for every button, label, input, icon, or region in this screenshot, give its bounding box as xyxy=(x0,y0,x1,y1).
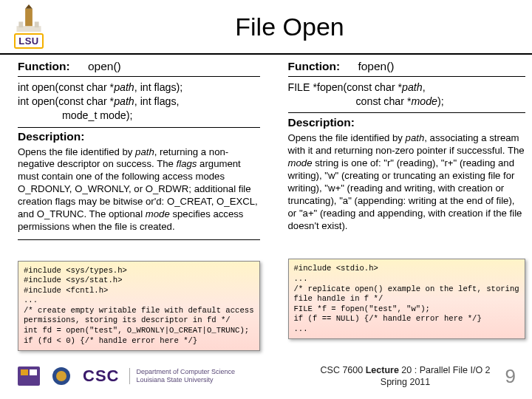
function-name-fopen: fopen() xyxy=(358,60,394,73)
slide: LSU File Open Function: open() int open(… xyxy=(0,0,532,399)
lsu-text: LSU xyxy=(14,33,44,49)
function-row-fopen: Function: fopen() xyxy=(288,58,525,77)
code-example-open: #include <sys/types.h> #include <sys/sta… xyxy=(18,261,260,351)
signature-open: int open(const char *path, int flags); i… xyxy=(18,77,260,128)
svg-marker-1 xyxy=(25,4,33,9)
tower-icon xyxy=(16,4,41,32)
svg-rect-4 xyxy=(35,21,39,27)
svg-rect-5 xyxy=(18,366,40,386)
description-body-right: Opens the file identified by path, assoc… xyxy=(288,132,525,238)
function-name-open: open() xyxy=(88,60,121,73)
footer: CSC Department of Computer Science Louis… xyxy=(0,358,532,399)
lsu-logo: LSU xyxy=(4,4,53,49)
content-columns: Function: open() int open(const char *pa… xyxy=(0,55,532,351)
department-text: Department of Computer Science Louisiana… xyxy=(129,368,235,384)
svg-rect-6 xyxy=(21,369,28,375)
left-column: Function: open() int open(const char *pa… xyxy=(18,58,260,351)
function-label: Function: xyxy=(288,60,341,72)
page-title: File Open xyxy=(53,13,526,41)
function-row-open: Function: open() xyxy=(18,58,260,77)
csc-text: CSC xyxy=(83,366,119,386)
lecture-info: CSC 7600 Lecture 20 : Parallel File I/O … xyxy=(321,364,491,389)
svg-rect-3 xyxy=(18,21,23,27)
description-header-right: Description: xyxy=(288,113,525,132)
cct-logo-icon xyxy=(16,365,41,387)
svg-rect-0 xyxy=(25,9,33,27)
function-label: Function: xyxy=(18,60,70,72)
description-body-left: Opens the file identified by path, retur… xyxy=(18,146,260,240)
svg-rect-7 xyxy=(30,369,37,375)
svg-point-9 xyxy=(56,371,66,381)
slide-number: 9 xyxy=(505,365,516,388)
footer-logos: CSC Department of Computer Science Louis… xyxy=(16,365,235,387)
signature-fopen: FILE *fopen(const char *path, const char… xyxy=(288,77,525,113)
right-column: Function: fopen() FILE *fopen(const char… xyxy=(288,58,525,351)
header: LSU File Open xyxy=(0,0,532,55)
code-example-fopen: #include <stdio.h> ... /* replicate open… xyxy=(288,259,525,339)
nsf-logo-icon xyxy=(49,365,74,387)
description-header-left: Description: xyxy=(18,128,260,146)
